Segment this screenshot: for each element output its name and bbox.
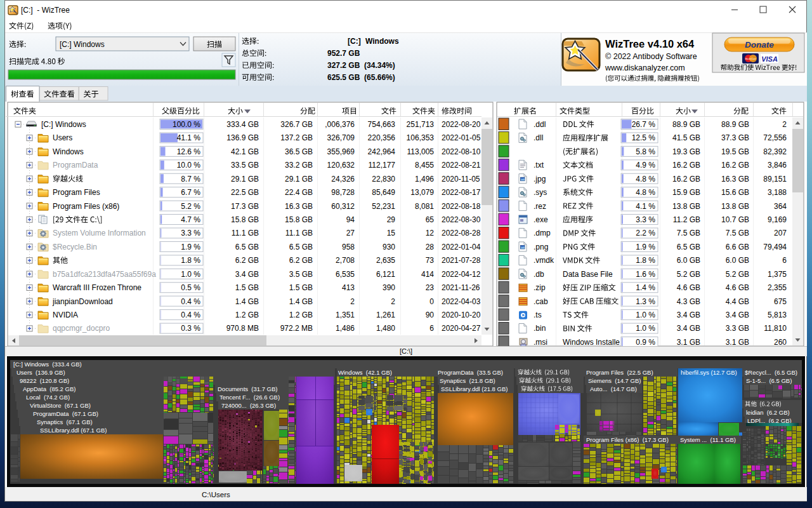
svg-text:1.9 %: 1.9 % (181, 243, 200, 251)
svg-text:2020-04-27: 2020-04-27 (442, 324, 481, 333)
svg-text:1,496: 1,496 (415, 175, 434, 184)
svg-text:930: 930 (383, 243, 395, 251)
svg-text:C:\Users: C:\Users (202, 491, 230, 498)
svg-text:136.9 GB: 136.9 GB (226, 133, 259, 142)
svg-text:6,121: 6,121 (376, 270, 395, 279)
svg-text:ProgramData: ProgramData (53, 161, 98, 170)
svg-text:0.9 %: 0.9 % (636, 338, 655, 347)
svg-text:[C:] - WizTree: [C:] - WizTree (21, 6, 70, 15)
svg-text:.txt: .txt (534, 161, 544, 170)
svg-text:327.2 GB (34.34%): 327.2 GB (34.34%) (327, 61, 395, 70)
svg-text:,006,376: ,006,376 (325, 120, 355, 129)
svg-text:37.3 GB: 37.3 GB (721, 133, 749, 142)
svg-text:16.3 GB: 16.3 GB (285, 202, 313, 211)
svg-text:29: 29 (387, 215, 396, 224)
svg-text:11.1 GB: 11.1 GB (285, 229, 313, 237)
svg-text:2,355: 2,355 (768, 283, 787, 292)
svg-text:VirtualStore (67.1 GB): VirtualStore (67.1 GB) (30, 402, 91, 409)
svg-text:1.4 GB: 1.4 GB (235, 297, 259, 306)
svg-text:.zip: .zip (534, 283, 546, 292)
svg-text:3.1 GB: 3.1 GB (677, 338, 700, 347)
svg-text:5.8 %: 5.8 % (636, 147, 655, 156)
svg-text:15.9 GB: 15.9 GB (672, 188, 700, 197)
svg-text:1.4 %: 1.4 % (636, 283, 655, 292)
svg-text:8,455: 8,455 (415, 161, 434, 170)
svg-text:Local (74.2 GB): Local (74.2 GB) (26, 394, 70, 401)
svg-text:22,830: 22,830 (372, 175, 395, 184)
svg-text:29.1 GB: 29.1 GB (231, 175, 259, 184)
svg-text:251,713: 251,713 (407, 120, 435, 129)
svg-text:.ddl: .ddl (534, 120, 546, 129)
svg-text:12.5 %: 12.5 % (632, 133, 656, 142)
svg-text:4.9 %: 4.9 % (636, 161, 655, 170)
svg-text:94: 94 (346, 215, 355, 224)
svg-text:3.4 GB: 3.4 GB (235, 270, 259, 279)
svg-text:13,079: 13,079 (410, 188, 434, 197)
svg-text:0: 0 (429, 297, 434, 306)
svg-text:10.0 %: 10.0 % (177, 161, 201, 170)
svg-text:0.4 %: 0.4 % (181, 311, 200, 319)
svg-text:S-1-5... (6.5 GB): S-1-5... (6.5 GB) (746, 377, 792, 384)
svg-text:4.3 GB: 4.3 GB (677, 297, 700, 306)
svg-text:2021-11-26: 2021-11-26 (442, 283, 480, 292)
svg-text:1,261: 1,261 (376, 311, 395, 319)
svg-text:5.2 GB: 5.2 GB (726, 270, 749, 279)
svg-text:11.1 GB: 11.1 GB (232, 229, 259, 237)
svg-text:113,005: 113,005 (407, 147, 435, 156)
svg-text:4.7 %: 4.7 % (181, 215, 200, 224)
svg-text:Siemens (14.7 GB): Siemens (14.7 GB) (588, 377, 641, 384)
svg-text:.vmdk: .vmdk (534, 256, 554, 265)
svg-text:Program Files (22.5 GB): Program Files (22.5 GB) (586, 369, 653, 376)
svg-text:2022-04-03: 2022-04-03 (442, 297, 481, 306)
svg-text:1.5 GB: 1.5 GB (235, 283, 259, 292)
svg-text:12.6 %: 12.6 % (177, 147, 201, 156)
svg-text:qqpcmgr_docpro: qqpcmgr_docpro (53, 324, 110, 333)
svg-text:390: 390 (383, 283, 395, 292)
svg-text:Windows: Windows (365, 37, 399, 46)
svg-text:13.8 GB: 13.8 GB (672, 202, 700, 211)
svg-text:Users: Users (53, 133, 72, 142)
svg-text:VISA: VISA (761, 55, 778, 63)
svg-text:6.5 GB: 6.5 GB (677, 243, 700, 251)
svg-text:52,231: 52,231 (372, 202, 395, 211)
svg-text:jianpianDownload: jianpianDownload (52, 297, 113, 306)
svg-text:2022-08-28: 2022-08-28 (442, 229, 481, 237)
svg-text:82,392: 82,392 (763, 147, 787, 156)
svg-text:106,353: 106,353 (407, 133, 435, 142)
svg-text:1.0 %: 1.0 % (636, 311, 655, 319)
svg-text:www.diskanalyzer.com: www.diskanalyzer.com (605, 64, 685, 72)
svg-text:73: 73 (426, 256, 435, 265)
svg-text:6,535: 6,535 (336, 270, 355, 279)
svg-text:ProgramData (33.5 GB): ProgramData (33.5 GB) (438, 369, 503, 376)
svg-text:2022-08-10: 2022-08-10 (442, 147, 481, 156)
svg-text:4.1 %: 4.1 % (636, 202, 655, 211)
svg-text:Documents (31.7 GB): Documents (31.7 GB) (218, 385, 278, 392)
svg-text:355,969: 355,969 (327, 147, 355, 156)
svg-text:3.4 GB: 3.4 GB (677, 324, 700, 333)
svg-text:16.2 GB: 16.2 GB (672, 161, 700, 170)
svg-text:Windows: Windows (53, 147, 84, 156)
svg-text:2022-08-30: 2022-08-30 (442, 215, 481, 224)
svg-text:.jpg: .jpg (534, 175, 546, 184)
svg-text:7.5 GB: 7.5 GB (726, 229, 749, 237)
svg-text:.png: .png (534, 243, 548, 251)
svg-text:1.9 %: 1.9 % (636, 243, 655, 251)
svg-text:1,486: 1,486 (336, 324, 355, 333)
svg-text:11,810: 11,810 (764, 324, 787, 333)
svg-text:22.5 GB: 22.5 GB (231, 188, 259, 197)
svg-text:Synaptics (67.1 GB): Synaptics (67.1 GB) (37, 418, 93, 425)
svg-text:Users (136.9 GB): Users (136.9 GB) (16, 369, 65, 376)
svg-text:23: 23 (426, 283, 435, 292)
svg-text:.db: .db (534, 270, 544, 279)
svg-text:1.2 GB: 1.2 GB (289, 311, 313, 319)
svg-text:NVIDIA: NVIDIA (53, 311, 78, 319)
svg-text:2020-10-20: 2020-10-20 (442, 311, 481, 319)
svg-text:[C:]: [C:] (348, 37, 361, 46)
svg-text:220,356: 220,356 (368, 133, 396, 142)
svg-text:4.6 GB: 4.6 GB (726, 283, 749, 292)
svg-text:120,632: 120,632 (327, 161, 355, 170)
svg-text:.sys: .sys (534, 188, 547, 197)
svg-text:[C:] Windows: [C:] Windows (60, 40, 105, 49)
svg-text:Windows Installe: Windows Installe (563, 338, 620, 347)
svg-text:SSLLibrary.ddl (67.1 GB): SSLLibrary.ddl (67.1 GB) (40, 427, 107, 434)
